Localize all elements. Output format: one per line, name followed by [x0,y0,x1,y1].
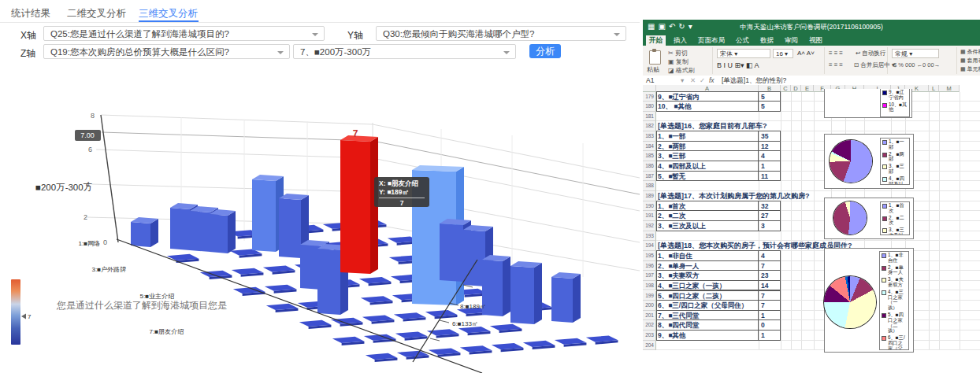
table-row[interactable] [656,231,980,242]
legend-item: 6、■三/四口之家（父母同住） [882,335,908,350]
3d-bar-front [190,211,210,252]
y-axis-select[interactable]: Q30:您最倾向于购买海港城哪个户型? [376,26,626,41]
row-header-201[interactable]: 201 [643,311,656,321]
table-row[interactable]: 9、■其他1 [656,331,980,341]
font-size-select[interactable]: 16 ▾ [773,49,793,58]
tab-2d-cross-analysis[interactable]: 二维交叉分析 [67,7,126,20]
wrap-text-button[interactable]: ↩ 自动换行 [856,50,885,57]
table-row[interactable]: 10、 ■其他5 [656,102,980,112]
column-header-L[interactable]: L [929,85,939,92]
pie-2[interactable] [833,201,867,235]
column-header-C[interactable]: C [781,85,791,92]
excel-tab-插入[interactable]: 插入 [670,35,690,46]
excel-tab-视图[interactable]: 视图 [806,35,826,46]
font-name-select[interactable]: 宋体 ▾ [717,49,770,58]
excel-tab-公式[interactable]: 公式 [733,35,752,46]
row-header-188[interactable]: 188 [643,181,656,191]
paste-button[interactable]: 粘贴 [647,65,659,74]
column-header-E[interactable]: E [801,85,814,92]
excel-tab-开始[interactable]: 开始 [646,35,666,46]
row-header-195[interactable]: 195 [643,251,656,261]
legend-label: 2、■两部 [889,152,908,163]
legend-item: 3、■三部 [882,164,908,175]
paste-icon[interactable] [649,50,661,65]
option-cell[interactable]: 10、 ■其他 [658,102,691,112]
svg-text:■200万-300万: ■200万-300万 [35,183,92,192]
z-axis-select[interactable]: Q19:您本次购房的总价预算大概是什么区间? [43,44,290,59]
row-header-185[interactable]: 185 [643,151,656,161]
table-row[interactable]: 3、■三次及以上3 [656,221,980,231]
option-cell[interactable]: 3、■三次及以上 [658,221,706,231]
row-header-204[interactable]: 204 [643,341,656,351]
row-header-198[interactable]: 198 [643,281,656,291]
x-axis-select[interactable]: Q25:您是通过什么渠道了解到海港城项目的? [43,26,325,41]
table-row[interactable] [656,112,980,122]
value-cell[interactable]: 3 [761,221,765,231]
clipboard-2-button[interactable]: ◪ 格式刷 [668,66,695,75]
select-all-corner[interactable] [643,85,656,92]
row-header-200[interactable]: 200 [643,301,656,311]
row-header-196[interactable]: 196 [643,261,656,271]
row-header-203[interactable]: 203 [643,331,656,341]
align-top-buttons[interactable]: ≡≡≡ [829,50,845,57]
row-header-199[interactable]: 199 [643,291,656,301]
cancel-icon[interactable]: ✕ [690,76,696,84]
font-grow-shrink-buttons[interactable]: A˄ A˅ [797,50,815,57]
column-header-M[interactable]: M [939,85,960,92]
merge-center-button[interactable]: ⊡ 合并后居中 ▾ [854,61,895,69]
row-header-193[interactable]: 193 [643,231,656,242]
align-bottom-buttons[interactable]: ≡≡≡ [829,61,845,68]
table-row[interactable]: 5、■暂无11 [656,172,980,182]
legend-color-swatch-icon [882,313,886,318]
table-row[interactable] [656,341,980,351]
row-header-181[interactable]: 181 [643,112,656,122]
row-header-179[interactable]: 179 [643,92,656,102]
value-cell[interactable]: 11 [761,172,768,182]
enter-icon[interactable]: ✓ [700,76,705,84]
excel-tab-页面布局[interactable]: 页面布局 [695,35,728,46]
row-header-202[interactable]: 202 [643,320,656,331]
number-format-select[interactable]: 常规 ▾ [892,49,939,58]
row-header-180[interactable]: 180 [643,102,656,112]
value-cell[interactable]: 1 [761,331,765,341]
legend-label: 9、■辽宁省内 [889,90,908,101]
row-header-189[interactable]: 189 [643,191,656,201]
row-header-192[interactable]: 192 [643,221,656,231]
style-button-1[interactable]: ▦ 套用表格格式 ▾ [960,57,980,65]
row-header-190[interactable]: 190 [643,201,656,212]
z-category-select[interactable]: 7、■200万-300万 [293,44,516,59]
row-header-187[interactable]: 187 [643,172,656,182]
row-header-186[interactable]: 186 [643,161,656,172]
row-header-182[interactable]: 182 [643,121,656,131]
row-header-197[interactable]: 197 [643,271,656,281]
style-button-2[interactable]: ▦ 单元格样式 ▾ [960,65,980,73]
row-header-184[interactable]: 184 [643,142,656,152]
option-cell[interactable]: 9、■其他 [658,331,685,341]
fx-icon[interactable]: fx [709,76,715,84]
number-buttons[interactable]: $ % 000 ←0 00→ [893,61,940,68]
table-row[interactable] [656,181,980,191]
column-header-D[interactable]: D [791,85,801,92]
name-box-dropdown-icon[interactable]: ▾ [681,76,684,84]
font-style-buttons[interactable]: B I U ⊞▾ ◧ A [717,61,759,69]
svg-text:7: 7 [400,199,404,207]
row-header-183[interactable]: 183 [643,131,656,142]
pie-1[interactable] [830,140,872,183]
tab-statistics-result[interactable]: 统计结果 [11,7,50,20]
excel-tab-数据[interactable]: 数据 [757,35,777,46]
clipboard-1-button[interactable]: ▣ 复制 [668,57,689,66]
clipboard-0-button[interactable]: ✂ 剪切 [668,49,688,57]
excel-sheet-grid[interactable]: ABCDEFGHIJKLM1799、■辽宁省内518010、 ■其他518118… [643,85,980,351]
legend-label: 3、■三部 [889,164,908,175]
style-button-0[interactable]: ▦ 条件格式 ▾ [960,48,980,56]
tab-3d-cross-analysis[interactable]: 三维交叉分析 [139,7,198,20]
pie-3[interactable] [824,276,876,328]
name-box[interactable]: A1 [646,76,654,84]
3d-bar-chart[interactable]: 024681:■网络3:■户外路牌5:■业主介绍7:■朋友介绍8:■189㎡6:… [0,102,640,373]
row-header-194[interactable]: 194 [643,241,656,251]
option-cell[interactable]: 5、■暂无 [658,172,685,182]
value-cell[interactable]: 5 [761,102,765,112]
analyze-button[interactable]: 分析 [529,44,561,58]
excel-tab-审阅[interactable]: 审阅 [781,35,801,46]
row-header-191[interactable]: 191 [643,211,656,221]
